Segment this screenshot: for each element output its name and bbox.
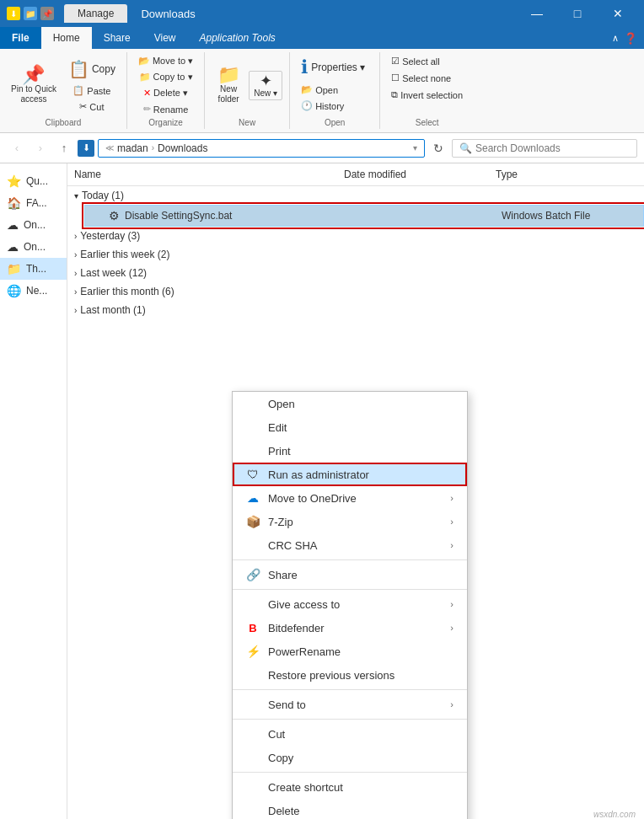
group-header-yesterday[interactable]: › Yesterday (3) (67, 227, 644, 245)
open-button[interactable]: 📂 Open (297, 83, 342, 97)
cm-copy-label: Copy (268, 752, 293, 764)
cm-run-as-admin[interactable]: 🛡 Run as administrator (233, 463, 467, 486)
cm-create-shortcut[interactable]: Create shortcut (233, 775, 467, 799)
sidebar-item-onedrive1[interactable]: ☁ On... (0, 214, 67, 236)
cut-button[interactable]: ✂ Cut (75, 99, 108, 114)
cm-send-to[interactable]: Send to › (233, 693, 467, 716)
tab-view[interactable]: View (142, 27, 188, 49)
breadcrumb-madan[interactable]: madan (117, 142, 148, 154)
group-label-lastmonth: Last month (1) (80, 304, 145, 316)
select-none-button[interactable]: ☐ Select none (387, 71, 455, 85)
select-all-label: Select all (402, 56, 440, 67)
breadcrumb-dropdown[interactable]: ▾ (413, 143, 417, 153)
invert-selection-button[interactable]: ⧉ Invert selection (387, 88, 467, 102)
delete-label: Delete ▾ (153, 88, 188, 99)
cm-sep-2 (233, 589, 467, 590)
cm-copy-icon (246, 751, 260, 764)
group-header-earlyweek[interactable]: › Earlier this week (2) (67, 245, 644, 264)
cm-7zip[interactable]: 📦 7-Zip › (233, 510, 467, 533)
delete-button[interactable]: ✕ Delete ▾ (139, 86, 192, 100)
cm-bitdefender[interactable]: B Bitdefender › (233, 616, 467, 640)
breadcrumb-downloads[interactable]: Downloads (158, 142, 207, 154)
main-area: ⭐ Qu... 🏠 FA... ☁ On... ☁ On... 📁 Th... … (0, 163, 644, 819)
group-header-today[interactable]: ▾ Today (1) (67, 186, 644, 205)
col-header-date[interactable]: Date modified (337, 167, 489, 182)
copy-to-button[interactable]: 📁 Copy to ▾ (135, 70, 197, 84)
group-header-lastweek[interactable]: › Last week (12) (67, 264, 644, 282)
new-folder-button[interactable]: 📁 Newfolder (212, 63, 245, 107)
cm-move-onedrive[interactable]: ☁ Move to OneDrive › (233, 486, 467, 510)
clipboard-group: 📌 Pin to Quickaccess 📋 Copy 📋 Paste (0, 52, 127, 129)
tab-share[interactable]: Share (92, 27, 142, 49)
paste-button[interactable]: 📋 Paste (68, 83, 115, 98)
tab-home[interactable]: Home (41, 27, 92, 49)
search-input[interactable] (475, 142, 630, 154)
cm-open[interactable]: Open (233, 392, 467, 415)
fav-icon: 🏠 (7, 196, 21, 210)
col-header-type[interactable]: Type (489, 167, 644, 182)
pin-icon: 📌 (22, 66, 45, 84)
rename-label: Rename (153, 104, 189, 115)
cm-delete[interactable]: Delete (233, 799, 467, 819)
delete-icon: ✕ (143, 88, 151, 99)
cm-open-icon (246, 397, 260, 410)
cm-powerrename-label: PowerRename (268, 645, 341, 658)
group-header-earlymonth[interactable]: › Earlier this month (6) (67, 282, 644, 301)
sidebar: ⭐ Qu... 🏠 FA... ☁ On... ☁ On... 📁 Th... … (0, 163, 67, 819)
cm-give-access[interactable]: Give access to › (233, 592, 467, 616)
move-to-button[interactable]: 📂 Move to ▾ (134, 54, 197, 68)
ribbon-collapse-btn[interactable]: ∧ (612, 33, 619, 44)
group-chevron-earlyweek: › (74, 250, 77, 260)
properties-button[interactable]: ℹ Properties ▾ (297, 54, 373, 81)
minimize-button[interactable]: — (518, 0, 556, 27)
cm-delete-icon (246, 804, 260, 817)
address-path[interactable]: ≪ madan › Downloads ▾ (98, 139, 425, 158)
manage-tab[interactable]: Manage (64, 4, 127, 23)
cm-sep-5 (233, 772, 467, 773)
ribbon-tabs: File Home Share View Application Tools ∧… (0, 27, 644, 49)
pin-quick-access-button[interactable]: 📌 Pin to Quickaccess (7, 63, 61, 107)
up-button[interactable]: ↑ (54, 138, 74, 158)
group-header-lastmonth[interactable]: › Last month (1) (67, 301, 644, 319)
cm-share[interactable]: 🔗 Share (233, 563, 467, 586)
cm-restore-versions[interactable]: Restore previous versions (233, 663, 467, 687)
cm-crcsha[interactable]: CRC SHA › (233, 533, 467, 557)
cm-print[interactable]: Print (233, 439, 467, 463)
cm-powerrename[interactable]: ⚡ PowerRename (233, 640, 467, 663)
group-chevron-lastweek: › (74, 269, 77, 278)
col-header-name[interactable]: Name (67, 167, 337, 182)
sidebar-item-quick[interactable]: ⭐ Qu... (0, 170, 67, 192)
cm-edit[interactable]: Edit (233, 415, 467, 439)
file-item-disable-sync[interactable]: ⚙ Disable SettingSync.bat Windows Batch … (84, 205, 644, 227)
select-all-button[interactable]: ☑ Select all (387, 54, 444, 68)
paste-label: Paste (87, 86, 110, 96)
sidebar-item-thispc[interactable]: 📁 Th... (0, 258, 67, 280)
forward-button[interactable]: › (30, 138, 51, 158)
tab-file[interactable]: File (0, 27, 41, 49)
cm-powerrename-icon: ⚡ (246, 645, 260, 658)
quick-access-sidebar-icon: ⭐ (7, 174, 21, 188)
close-button[interactable]: ✕ (598, 0, 637, 27)
cm-copy[interactable]: Copy (233, 746, 467, 769)
title-controls: — □ ✕ (518, 0, 637, 27)
copy-button[interactable]: 📋 Copy (64, 56, 120, 82)
search-box[interactable]: 🔍 (452, 139, 637, 158)
cm-shortcut-label: Create shortcut (268, 781, 343, 794)
file-name-disable-sync: Disable SettingSync.bat (125, 210, 340, 222)
window-title: Downloads (141, 8, 195, 20)
refresh-button[interactable]: ↻ (428, 138, 448, 158)
sidebar-item-onedrive2[interactable]: ☁ On... (0, 236, 67, 258)
help-button[interactable]: ❓ (624, 32, 637, 45)
cm-sep-3 (233, 689, 467, 690)
tab-application-tools[interactable]: Application Tools (188, 27, 287, 49)
cm-cut[interactable]: Cut (233, 722, 467, 746)
sidebar-item-fav[interactable]: 🏠 FA... (0, 192, 67, 214)
maximize-button[interactable]: □ (558, 0, 597, 27)
back-button[interactable]: ‹ (7, 138, 27, 158)
cm-run-as-label: Run as administrator (268, 468, 369, 481)
sidebar-item-network[interactable]: 🌐 Ne... (0, 280, 67, 302)
new-item-button[interactable]: ✦ New ▾ (249, 71, 282, 100)
rename-button[interactable]: ✏ Rename (139, 102, 193, 116)
history-button[interactable]: 🕐 History (297, 99, 348, 113)
cm-edit-label: Edit (268, 421, 287, 434)
